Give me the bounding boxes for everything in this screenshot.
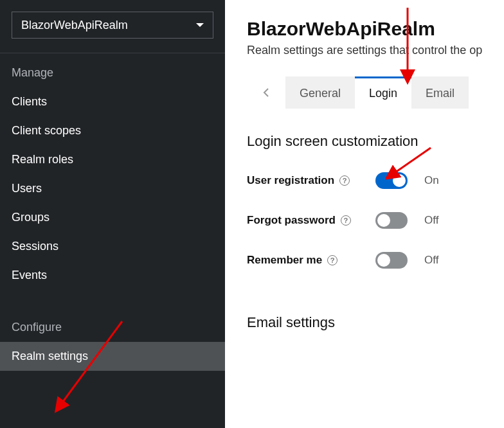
main-content: BlazorWebApiRealm Realm settings are set… xyxy=(225,0,504,428)
setting-remember-me: Remember me ? Off xyxy=(247,245,504,276)
tabs: General Login Email xyxy=(247,76,504,109)
setting-user-registration: User registration ? On xyxy=(247,165,504,196)
setting-label: Forgot password xyxy=(247,214,336,227)
help-icon[interactable]: ? xyxy=(341,215,351,226)
sidebar-section-configure: Configure xyxy=(0,308,225,342)
sidebar-item-clients[interactable]: Clients xyxy=(0,87,225,116)
tab-scroll-left[interactable] xyxy=(247,76,285,109)
sidebar-section-manage: Manage xyxy=(0,53,225,87)
sidebar: BlazorWebApiRealm Manage Clients Client … xyxy=(0,0,225,428)
sidebar-item-events[interactable]: Events xyxy=(0,261,225,290)
realm-selector-label: BlazorWebApiRealm xyxy=(21,19,128,32)
setting-label: Remember me xyxy=(247,254,322,267)
sidebar-item-groups[interactable]: Groups xyxy=(0,203,225,232)
realm-selector[interactable]: BlazorWebApiRealm xyxy=(12,12,213,39)
toggle-state: On xyxy=(424,174,439,187)
tab-general[interactable]: General xyxy=(285,76,355,109)
sidebar-item-users[interactable]: Users xyxy=(0,174,225,203)
caret-down-icon xyxy=(196,23,204,27)
tab-email[interactable]: Email xyxy=(411,76,469,109)
login-section-title: Login screen customization xyxy=(247,133,504,150)
help-icon[interactable]: ? xyxy=(327,255,338,265)
toggle-forgot-password[interactable] xyxy=(375,212,408,229)
setting-label: User registration xyxy=(247,174,334,187)
email-section-title: Email settings xyxy=(247,314,504,331)
toggle-state: Off xyxy=(424,214,438,227)
setting-forgot-password: Forgot password ? Off xyxy=(247,205,504,236)
help-icon[interactable]: ? xyxy=(339,175,350,186)
toggle-remember-me[interactable] xyxy=(375,252,408,269)
sidebar-item-sessions[interactable]: Sessions xyxy=(0,232,225,261)
sidebar-item-client-scopes[interactable]: Client scopes xyxy=(0,116,225,145)
toggle-state: Off xyxy=(424,254,438,267)
page-description: Realm settings are settings that control… xyxy=(247,44,504,57)
tab-login[interactable]: Login xyxy=(355,76,411,109)
toggle-user-registration[interactable] xyxy=(375,172,408,189)
sidebar-item-realm-settings[interactable]: Realm settings xyxy=(0,342,225,371)
page-title: BlazorWebApiRealm xyxy=(247,18,504,40)
sidebar-item-realm-roles[interactable]: Realm roles xyxy=(0,145,225,174)
